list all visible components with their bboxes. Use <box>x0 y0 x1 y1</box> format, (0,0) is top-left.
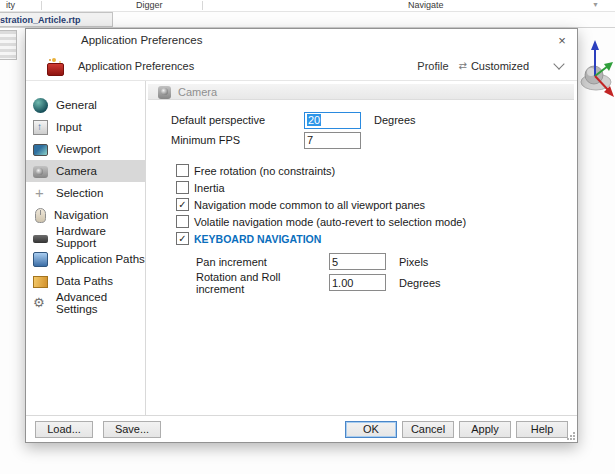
checkbox[interactable]: ✓ <box>176 232 189 245</box>
help-button[interactable]: Help <box>516 421 568 438</box>
dialog-footer: Load... Save... OK Cancel Apply Help <box>26 415 577 442</box>
navigation-mode-checkbox-row[interactable]: ✓ Navigation mode common to all viewport… <box>176 196 577 213</box>
sidebar-item-selection[interactable]: Selection <box>26 182 145 204</box>
checkbox[interactable]: ✓ <box>176 198 189 211</box>
dialog-header: Application Preferences Profile ⇄ Custom… <box>26 51 577 80</box>
cancel-button[interactable]: Cancel <box>402 421 454 438</box>
free-rotation-checkbox-row[interactable]: Free rotation (no constraints) <box>176 162 577 179</box>
default-perspective-row: Default perspective 20 Degrees <box>171 110 577 130</box>
ribbon-separator <box>202 1 203 10</box>
checkbox[interactable] <box>176 164 189 177</box>
ribbon-tab-digger[interactable]: Digger <box>136 0 163 11</box>
sidebar-item-application-paths[interactable]: Application Paths <box>26 248 145 270</box>
rotation-roll-increment-row: Rotation and Roll increment 1.00 Degrees <box>196 272 577 293</box>
checkbox-label: Volatile navigation mode (auto-revert to… <box>194 216 466 228</box>
ribbon-tab-navigate[interactable]: Navigate <box>408 0 444 11</box>
hardware-icon <box>33 235 48 243</box>
checkbox[interactable] <box>176 181 189 194</box>
sidebar-item-navigation[interactable]: Navigation <box>26 204 145 226</box>
axis-gizmo-icon[interactable] <box>579 26 615 110</box>
dialog-title: Application Preferences <box>81 34 202 46</box>
pan-increment-input[interactable]: 5 <box>329 253 386 270</box>
sidebar-item-viewport[interactable]: Viewport <box>26 138 145 160</box>
sidebar-item-camera[interactable]: Camera <box>26 160 145 182</box>
preferences-sidebar: General Input Viewport Camera Selection … <box>26 81 146 415</box>
app-preferences-icon <box>47 63 64 76</box>
checkbox-label: Free rotation (no constraints) <box>194 165 335 177</box>
sidebar-item-data-paths[interactable]: Data Paths <box>26 270 145 292</box>
field-unit: Degrees <box>399 277 441 289</box>
crosshair-icon <box>33 186 48 201</box>
keyboard-navigation-checkbox-row[interactable]: ✓ KEYBOARD NAVIGATION <box>176 230 577 247</box>
gears-icon <box>33 296 48 311</box>
ribbon-separator <box>41 1 42 10</box>
screen: ity Digger Navigate ▼ stration_Article.r… <box>0 0 615 474</box>
viewport-icon <box>33 144 48 156</box>
section-header: Camera <box>148 84 574 100</box>
sidebar-item-hardware-support[interactable]: Hardware Support <box>26 226 145 248</box>
keyboard-navigation-label: KEYBOARD NAVIGATION <box>194 233 321 245</box>
ok-button[interactable]: OK <box>345 421 397 438</box>
collapse-caret-icon[interactable]: ▼ <box>592 1 599 8</box>
field-label: Rotation and Roll increment <box>196 271 329 295</box>
checkbox-label: Inertia <box>194 182 225 194</box>
checkbox-label: Navigation mode common to all viewport p… <box>194 199 425 211</box>
profile-label: Profile <box>417 60 448 72</box>
profile-swap-icon: ⇄ <box>459 60 467 71</box>
mouse-icon <box>35 208 46 223</box>
field-label: Pan increment <box>196 256 329 268</box>
chevron-down-icon[interactable] <box>553 58 564 69</box>
volatile-navigation-checkbox-row[interactable]: Volatile navigation mode (auto-revert to… <box>176 213 577 230</box>
close-icon[interactable]: × <box>547 29 577 51</box>
sidebar-item-advanced-settings[interactable]: Advanced Settings <box>26 292 145 314</box>
load-button[interactable]: Load... <box>35 421 93 438</box>
header-title: Application Preferences <box>78 60 194 72</box>
folder-icon <box>33 276 48 288</box>
application-icon <box>33 252 48 267</box>
ribbon-tab-ity[interactable]: ity <box>6 0 15 11</box>
minimum-fps-row: Minimum FPS 7 <box>171 130 577 150</box>
inertia-checkbox-row[interactable]: Inertia <box>176 179 577 196</box>
field-unit: Pixels <box>399 256 428 268</box>
ribbon-bar: ity Digger Navigate <box>0 0 615 12</box>
section-title: Camera <box>178 86 217 98</box>
camera-icon <box>158 86 171 99</box>
field-label: Minimum FPS <box>171 134 304 146</box>
pan-increment-row: Pan increment 5 Pixels <box>196 251 577 272</box>
save-button[interactable]: Save... <box>103 421 161 438</box>
input-device-icon <box>33 120 48 135</box>
document-tab[interactable]: stration_Article.rtp <box>0 12 113 27</box>
minimum-fps-input[interactable]: 7 <box>304 132 361 149</box>
globe-icon <box>33 98 48 113</box>
sidebar-item-input[interactable]: Input <box>26 116 145 138</box>
apply-button[interactable]: Apply <box>459 421 511 438</box>
checkbox[interactable] <box>176 215 189 228</box>
toolbar-fragment-icon <box>0 30 17 60</box>
rotation-roll-increment-input[interactable]: 1.00 <box>329 274 386 291</box>
sidebar-item-general[interactable]: General <box>26 94 145 116</box>
field-label: Default perspective <box>171 114 304 126</box>
application-preferences-dialog: Application Preferences × Application Pr… <box>25 28 578 443</box>
document-tab-label: stration_Article.rtp <box>0 13 81 27</box>
default-perspective-input[interactable]: 20 <box>304 112 361 129</box>
camera-icon <box>33 166 48 178</box>
field-unit: Degrees <box>374 114 416 126</box>
dialog-titlebar[interactable]: Application Preferences × <box>26 29 577 51</box>
resize-grip[interactable] <box>567 432 575 440</box>
profile-dropdown-value[interactable]: Customized <box>471 60 529 72</box>
